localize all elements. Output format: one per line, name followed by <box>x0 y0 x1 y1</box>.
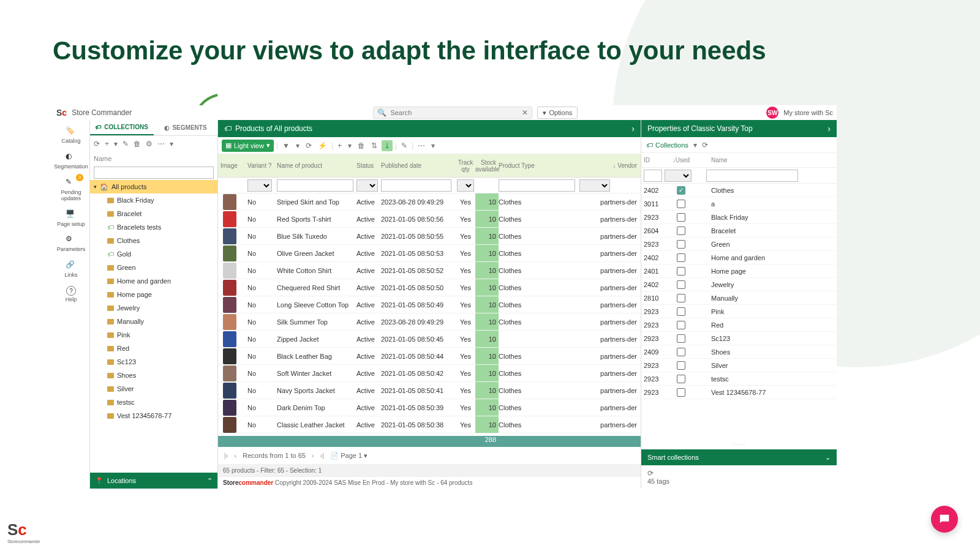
nav-catalog[interactable]: 🏷️ Catalog <box>53 124 89 147</box>
chevron-down-icon[interactable]: ▾ <box>294 141 301 150</box>
locations-bar[interactable]: 📍 Locations ⌃ <box>90 473 217 489</box>
checkbox[interactable] <box>677 280 685 289</box>
tree-item[interactable]: Green <box>90 261 217 274</box>
tab-collections[interactable]: 🏷 COLLECTIONS <box>90 120 154 135</box>
tree-item[interactable]: Jewelry <box>90 301 217 315</box>
chat-button[interactable] <box>931 506 958 533</box>
props-row[interactable]: 2923Red <box>641 318 837 332</box>
filter-vendor[interactable] <box>579 179 610 192</box>
more-icon[interactable]: ⋯ <box>416 141 427 150</box>
refresh-icon[interactable]: ⟳ <box>647 469 654 478</box>
props-row[interactable]: 2923Green <box>641 238 837 251</box>
nav-links[interactable]: 🔗 Links <box>53 258 89 281</box>
trash-icon[interactable]: 🗑 <box>134 140 141 148</box>
checkbox[interactable] <box>677 388 685 397</box>
props-row[interactable]: 2923Silver <box>641 359 837 372</box>
checkbox[interactable] <box>677 321 685 329</box>
page-prev-icon[interactable]: ‹ <box>235 452 237 459</box>
export-icon[interactable]: ⤓ <box>382 140 393 151</box>
tree-item[interactable]: Sc123 <box>90 355 217 369</box>
search-field[interactable] <box>390 109 518 116</box>
options-button[interactable]: ▾ Options <box>537 107 578 119</box>
props-row[interactable]: 2923testsc <box>641 372 837 386</box>
table-row[interactable]: NoOlive Green JacketActive2021-01-05 08:… <box>218 245 641 262</box>
nav-parameters[interactable]: ⚙ Parameters <box>53 232 89 255</box>
refresh-icon[interactable]: ⟳ <box>94 140 100 148</box>
tree-item[interactable]: Home page <box>90 288 217 301</box>
checkbox[interactable] <box>677 240 685 249</box>
tree-item[interactable]: Manually <box>90 315 217 328</box>
tab-segments[interactable]: ◐ SEGMENTS <box>154 120 217 135</box>
props-row[interactable]: 3011a <box>641 197 837 211</box>
checkbox[interactable] <box>677 348 685 356</box>
resize-handle[interactable]: ⋯⋯ <box>641 440 837 449</box>
chevron-down-icon[interactable]: ▾ <box>693 141 697 149</box>
table-row[interactable]: NoWhite Cotton ShirtActive2021-01-05 08:… <box>218 262 641 279</box>
avatar[interactable]: SW <box>766 107 778 119</box>
tree-item[interactable]: Vest 12345678-77 <box>90 409 217 422</box>
tree-item[interactable]: testsc <box>90 395 217 409</box>
checkbox[interactable] <box>677 227 685 235</box>
chevron-down-icon[interactable]: ▾ <box>429 141 437 150</box>
nav-help[interactable]: ? Help <box>53 283 89 305</box>
table-row[interactable]: NoZipped JacketActive2021-01-05 08:50:45… <box>218 331 641 348</box>
props-tab-collections[interactable]: 🏷 Collections <box>646 141 688 149</box>
table-row[interactable]: NoBlack Leather BagActive2021-01-05 08:5… <box>218 348 641 365</box>
edit-icon[interactable]: ✎ <box>399 141 409 150</box>
props-row[interactable]: 2402Jewelry <box>641 278 837 291</box>
light-view-button[interactable]: ▦ Light view ▾ <box>222 140 274 152</box>
sort-icon[interactable]: ⇅ <box>369 141 379 150</box>
checkbox[interactable] <box>677 294 685 302</box>
page-selector[interactable]: 📄 Page 1 ▾ <box>330 452 368 460</box>
props-row[interactable]: 2923Vest 12345678-77 <box>641 386 837 399</box>
checkbox[interactable] <box>677 307 685 316</box>
chevron-down-icon[interactable]: ▾ <box>346 141 353 150</box>
table-row[interactable]: NoSilk Summer TopActive2023-08-28 09:49:… <box>218 313 641 331</box>
search-clear-icon[interactable]: ✕ <box>522 108 528 117</box>
collections-filter-input[interactable] <box>94 167 214 179</box>
page-last-icon[interactable]: ›| <box>320 452 325 459</box>
table-row[interactable]: NoChequered Red ShirtActive2021-01-05 08… <box>218 279 641 296</box>
checkbox[interactable] <box>677 200 685 208</box>
checkbox[interactable] <box>677 213 685 222</box>
refresh-icon[interactable]: ⟳ <box>304 141 314 150</box>
filter-used[interactable] <box>665 170 692 182</box>
chevron-right-icon[interactable]: › <box>827 124 831 133</box>
filter-name[interactable] <box>277 179 353 192</box>
checkbox[interactable] <box>677 253 685 262</box>
nav-segmentation[interactable]: ◐ Segmentation <box>53 149 89 173</box>
props-row[interactable]: 2923Sc123 <box>641 332 837 345</box>
table-row[interactable]: NoDark Denim TopActive2021-01-05 08:50:3… <box>218 399 641 416</box>
checkbox[interactable] <box>677 334 685 343</box>
props-row[interactable]: 2604Bracelet <box>641 224 837 238</box>
more-icon[interactable]: ⋯ <box>157 140 165 148</box>
tree-item[interactable]: Pink <box>90 328 217 342</box>
filter-icon[interactable]: ▼ <box>281 141 292 150</box>
props-row[interactable]: 2923Pink <box>641 305 837 318</box>
table-row[interactable]: NoStriped Skirt and TopActive2023-08-28 … <box>218 193 641 211</box>
table-row[interactable]: NoSoft Winter JacketActive2021-01-05 08:… <box>218 365 641 382</box>
tree-item[interactable]: 🏷Bracelets tests <box>90 220 217 234</box>
tree-item[interactable]: Red <box>90 342 217 355</box>
gear-icon[interactable]: ⚙ <box>146 140 153 148</box>
filter-date[interactable] <box>381 179 451 192</box>
chevron-down-icon[interactable]: ▾ <box>114 140 118 148</box>
chevron-down-icon[interactable]: ▾ <box>170 140 173 148</box>
props-row[interactable]: 2402Home and garden <box>641 251 837 264</box>
tree-root[interactable]: ▾ 🏠 All products <box>90 180 217 193</box>
checkbox[interactable]: ✓ <box>677 186 685 195</box>
table-row[interactable]: NoNavy Sports JacketActive2021-01-05 08:… <box>218 382 641 399</box>
tree-item[interactable]: 🏷Gold <box>90 247 217 261</box>
trash-icon[interactable]: 🗑 <box>356 141 367 150</box>
filter-track[interactable] <box>457 179 474 192</box>
table-row[interactable]: NoClassic Leather JacketActive2021-01-05… <box>218 416 641 433</box>
props-row[interactable]: 2402✓Clothes <box>641 184 837 197</box>
tree-item[interactable]: Black Friday <box>90 193 217 207</box>
filter-type[interactable] <box>499 179 575 192</box>
smart-collections-bar[interactable]: Smart collections ⌄ <box>641 449 837 465</box>
add-icon[interactable]: + <box>336 141 344 150</box>
bolt-icon[interactable]: ⚡ <box>316 141 329 150</box>
page-first-icon[interactable]: |‹ <box>224 452 228 459</box>
props-row[interactable]: 2810Manually <box>641 291 837 305</box>
filter-status[interactable] <box>356 179 378 192</box>
